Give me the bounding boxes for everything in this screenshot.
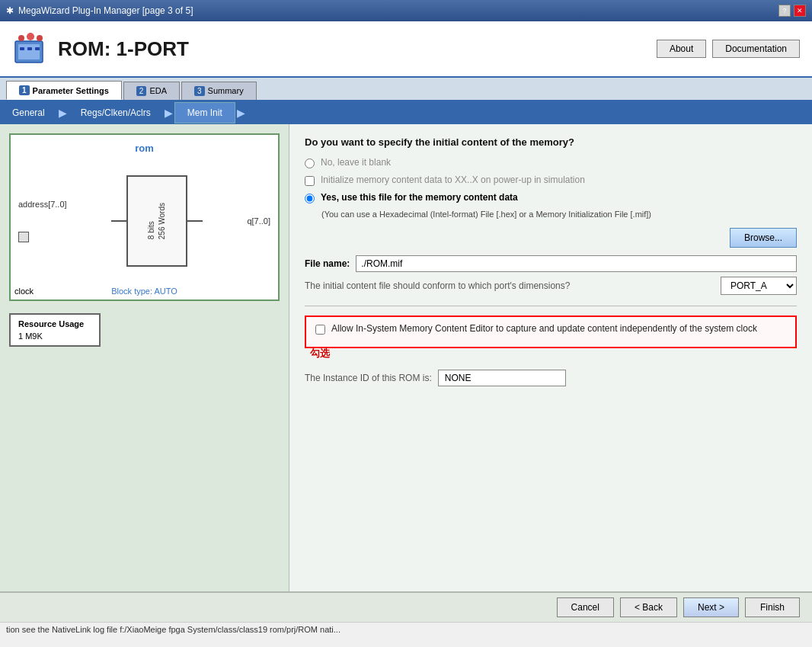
subtabs-row: General ▶ Regs/Clken/Aclrs ▶ Mem Init ▶ [0, 101, 812, 124]
subtab-regs[interactable]: Regs/Clken/Aclrs [69, 103, 163, 123]
mem-bits-text: 8 bits 256 Words [146, 203, 168, 239]
header: ROM: 1-PORT About Documentation [0, 21, 812, 78]
title-bar-left: ✱ MegaWizard Plug-In Manager [page 3 of … [6, 5, 193, 16]
file-name-input[interactable] [356, 255, 797, 272]
svg-point-2 [18, 35, 24, 41]
right-panel: Do you want to specify the initial conte… [289, 124, 812, 591]
resource-section: Resource Usage 1 M9K [9, 313, 280, 347]
resource-title: Resource Usage [18, 319, 91, 328]
option-init-label[interactable]: Initialize memory content data to XX..X … [321, 175, 585, 185]
instance-label: The Instance ID of this ROM is: [305, 373, 432, 383]
rom-icon [12, 30, 49, 67]
line-right-1 [187, 220, 203, 222]
annotation-text: 勾选 [310, 347, 330, 360]
next-button[interactable]: Next > [683, 597, 739, 617]
browse-row: Browse... [305, 228, 797, 248]
subtab-mem-init[interactable]: Mem Init [174, 102, 235, 123]
tab-eda[interactable]: 2 EDA [123, 82, 180, 100]
status-text: tion see the NativeLink log file f:/Xiao… [6, 625, 340, 634]
left-panel: rom address[7..0] 8 bits 256 Words [0, 124, 289, 591]
svg-point-3 [27, 33, 34, 40]
instance-input[interactable] [438, 370, 566, 386]
header-left: ROM: 1-PORT [12, 30, 189, 67]
documentation-button[interactable]: Documentation [712, 40, 800, 58]
allow-row: Allow In-System Memory Content Editor to… [315, 323, 786, 335]
block-type-label: Block type: AUTO [18, 287, 270, 296]
subtab-mem-init-label: Mem Init [187, 107, 222, 118]
instance-row: The Instance ID of this ROM is: [305, 370, 797, 386]
title-bar-icon: ✱ [6, 5, 14, 16]
svg-rect-5 [20, 47, 24, 50]
title-bar-controls: ? ✕ [778, 5, 806, 17]
resource-box: Resource Usage 1 M9K [9, 313, 101, 347]
svg-rect-6 [27, 47, 32, 50]
clock-label: clock [14, 287, 34, 296]
tab-num-2: 2 [136, 86, 147, 96]
svg-point-4 [37, 35, 43, 41]
option-yes-row: Yes, use this file for the memory conten… [305, 192, 797, 203]
allow-highlight-box: Allow In-System Memory Content Editor to… [305, 315, 797, 348]
arrow-3: ▶ [235, 107, 247, 119]
title-bar: ✱ MegaWizard Plug-In Manager [page 3 of … [0, 0, 812, 21]
tab-label-3: Summary [208, 86, 244, 95]
option-no-radio[interactable] [305, 159, 315, 168]
right-ports: q[7..0] [247, 216, 270, 226]
title-bar-text: MegaWizard Plug-In Manager [page 3 of 5] [18, 5, 193, 16]
port-select-label: The initial content file should conform … [305, 280, 570, 291]
option-yes-radio[interactable] [305, 194, 315, 203]
file-name-row: File name: [305, 255, 797, 272]
q-port-label: q[7..0] [247, 216, 270, 226]
tab-num-3: 3 [194, 86, 205, 96]
left-ports: address[7..0] [18, 200, 67, 242]
tab-parameter-settings[interactable]: 1 Parameter Settings [6, 81, 122, 100]
diagram-inner: address[7..0] 8 bits 256 Words [18, 160, 270, 282]
diagram-box: rom address[7..0] 8 bits 256 Words [9, 133, 280, 301]
separator [305, 306, 797, 306]
svg-rect-7 [35, 47, 40, 50]
memory-block: 8 bits 256 Words [126, 175, 187, 267]
finish-button[interactable]: Finish [745, 597, 800, 617]
arrow-1: ▶ [57, 107, 69, 119]
subtab-general-label: General [12, 107, 45, 118]
tab-num-1: 1 [19, 85, 30, 95]
port-select-row: The initial content file should conform … [305, 277, 797, 295]
about-button[interactable]: About [657, 40, 706, 58]
header-buttons: About Documentation [657, 40, 800, 58]
subtab-general[interactable]: General [0, 103, 57, 123]
rom-diagram-label: rom [18, 143, 270, 154]
page-title: ROM: 1-PORT [58, 37, 189, 61]
file-name-label: File name: [305, 258, 350, 269]
bottom-nav: Cancel < Back Next > Finish [0, 591, 812, 622]
resource-value: 1 M9K [18, 332, 91, 341]
yes-sub-note: (You can use a Hexadecimal (Intel-format… [321, 210, 797, 219]
close-button[interactable]: ✕ [794, 5, 806, 17]
option-no-row: No, leave it blank [305, 157, 797, 168]
arrow-2: ▶ [163, 107, 174, 119]
allow-checkbox[interactable] [315, 325, 325, 335]
back-button[interactable]: < Back [620, 597, 677, 617]
section-question: Do you want to specify the initial conte… [305, 136, 797, 148]
tab-summary[interactable]: 3 Summary [181, 82, 257, 100]
option-yes-label[interactable]: Yes, use this file for the memory conten… [321, 192, 518, 203]
cancel-button[interactable]: Cancel [557, 597, 614, 617]
option-init-row: Initialize memory content data to XX..X … [305, 175, 797, 186]
input-block-1 [18, 232, 29, 242]
subtab-regs-label: Regs/Clken/Aclrs [81, 107, 151, 118]
address-port-label: address[7..0] [18, 200, 67, 209]
tab-label-2: EDA [149, 86, 167, 95]
svg-rect-1 [18, 44, 40, 59]
tab-label-1: Parameter Settings [33, 86, 109, 95]
option-no-label[interactable]: No, leave it blank [321, 157, 391, 168]
main-content: rom address[7..0] 8 bits 256 Words [0, 124, 812, 591]
line-left-1 [111, 220, 126, 222]
help-button[interactable]: ? [778, 5, 791, 17]
diagram-center: 8 bits 256 Words [67, 175, 248, 267]
allow-label[interactable]: Allow In-System Memory Content Editor to… [331, 323, 757, 334]
port-select[interactable]: PORT_A PORT_B [721, 277, 797, 295]
option-init-checkbox[interactable] [305, 176, 315, 186]
browse-button[interactable]: Browse... [730, 228, 797, 248]
status-bar: tion see the NativeLink log file f:/Xiao… [0, 622, 812, 645]
tabs-row: 1 Parameter Settings 2 EDA 3 Summary [0, 78, 812, 101]
